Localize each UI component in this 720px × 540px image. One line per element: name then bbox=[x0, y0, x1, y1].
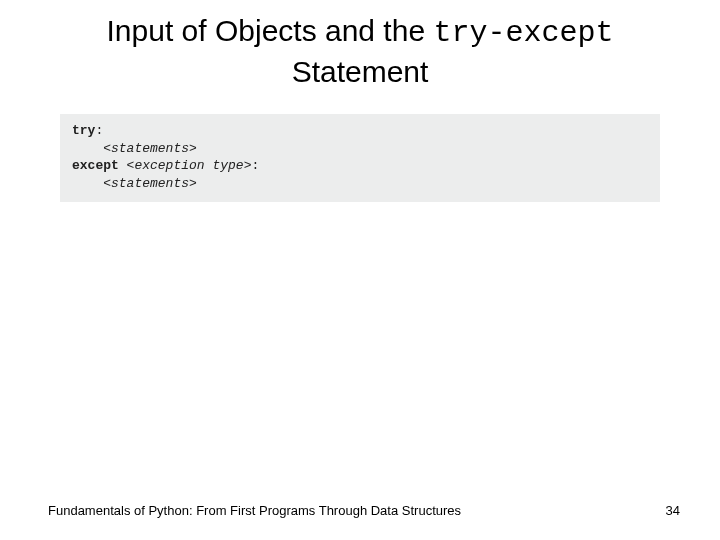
title-part1: Input of Objects and the bbox=[107, 14, 434, 47]
code-block: try: <statements> except <exception type… bbox=[60, 114, 660, 202]
code-colon1: : bbox=[95, 123, 103, 138]
code-stmts2: <statements> bbox=[72, 176, 197, 191]
code-exctype: <exception type> bbox=[127, 158, 252, 173]
title-part2: Statement bbox=[292, 55, 429, 88]
slide-title: Input of Objects and the try-except Stat… bbox=[0, 0, 720, 90]
slide-footer: Fundamentals of Python: From First Progr… bbox=[0, 503, 720, 518]
code-kw-except: except bbox=[72, 158, 127, 173]
footer-text: Fundamentals of Python: From First Progr… bbox=[48, 503, 461, 518]
code-colon2: : bbox=[251, 158, 259, 173]
code-stmts1: <statements> bbox=[72, 141, 197, 156]
code-kw-try: try bbox=[72, 123, 95, 138]
page-number: 34 bbox=[666, 503, 680, 518]
title-code: try-except bbox=[433, 16, 613, 50]
